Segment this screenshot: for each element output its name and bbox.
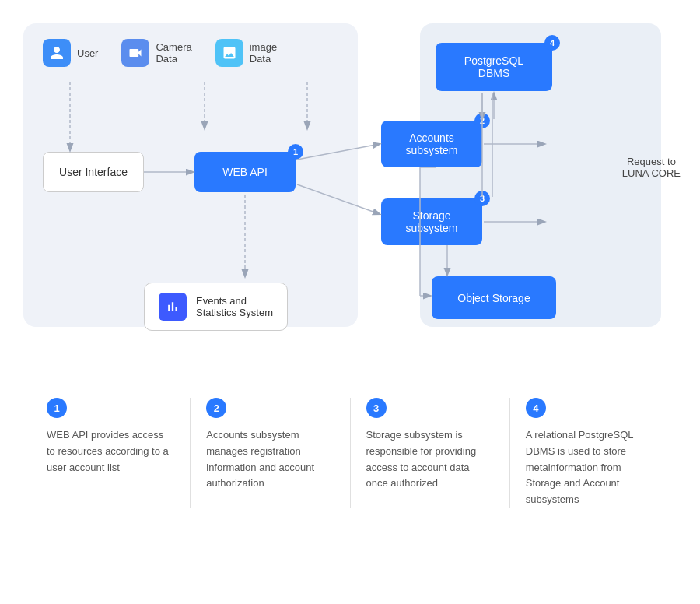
user-interface-label: User Interface (59, 166, 128, 178)
storage-badge: 3 (474, 191, 490, 206)
input-icons-row: User CameraData imageData (43, 39, 277, 67)
camera-label: CameraData (156, 41, 191, 65)
web-api-badge: 1 (288, 144, 303, 160)
notes-area: 1 WEB API provides access to resources a… (0, 374, 700, 532)
note-1: 1 WEB API provides access to resources a… (31, 398, 191, 508)
events-label: Events andStatistics System (196, 295, 273, 318)
web-api-box: WEB API 1 (194, 152, 296, 192)
events-box: Events andStatistics System (144, 283, 288, 331)
accounts-label: Accountssubsystem (406, 132, 458, 156)
note-1-text: WEB API provides access to resources acc… (47, 427, 174, 476)
image-icon (215, 39, 243, 67)
web-api-label: WEB API (222, 166, 268, 178)
user-label: User (77, 47, 98, 59)
accounts-badge: 2 (474, 113, 490, 128)
object-storage-box: Object Storage (432, 276, 556, 319)
image-icon-item: imageData (215, 39, 277, 67)
note-4-number: 4 (526, 398, 546, 418)
note-4-text: A relational PostgreSQL DBMS is used to … (526, 427, 653, 508)
luna-core-label: Request toLUNA CORE (622, 156, 681, 179)
note-2-number: 2 (206, 398, 226, 418)
camera-icon-item: CameraData (121, 39, 191, 67)
storage-label: Storagesubsystem (406, 209, 458, 234)
image-label: imageData (250, 41, 277, 65)
storage-box: Storagesubsystem 3 (381, 198, 482, 245)
page: User CameraData imageData User Interface… (0, 0, 700, 604)
postgresql-box: PostgreSQLDBMS 4 (436, 43, 552, 91)
postgresql-badge: 4 (544, 35, 560, 51)
note-2: 2 Accounts subsystem manages registratio… (191, 398, 350, 508)
note-3-number: 3 (366, 398, 387, 418)
camera-icon (121, 39, 149, 67)
accounts-box: Accountssubsystem 2 (381, 121, 482, 167)
postgresql-label: PostgreSQLDBMS (464, 54, 523, 79)
user-icon-item: User (43, 39, 98, 67)
note-3-text: Storage subsystem is responsible for pro… (366, 427, 494, 492)
object-storage-label: Object Storage (457, 292, 530, 304)
note-2-text: Accounts subsystem manages registration … (206, 427, 334, 492)
note-4: 4 A relational PostgreSQL DBMS is used t… (510, 398, 669, 508)
events-icon (159, 293, 187, 321)
user-icon (43, 39, 71, 67)
note-3: 3 Storage subsystem is responsible for p… (351, 398, 510, 508)
note-1-number: 1 (47, 398, 67, 418)
diagram-area: User CameraData imageData User Interface… (0, 0, 700, 374)
user-interface-box: User Interface (43, 152, 144, 192)
